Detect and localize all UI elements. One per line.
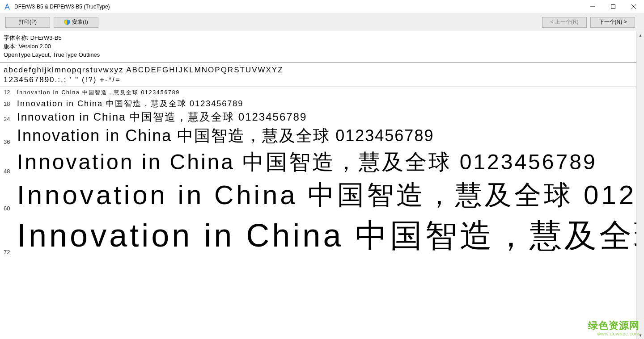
window-controls — [582, 0, 644, 13]
charset-line-2: 1234567890.:,; ' " (!?) +-*/= — [4, 75, 640, 85]
sample-size-label: 48 — [4, 168, 17, 176]
shield-icon — [64, 19, 70, 25]
sample-size-label: 12 — [4, 89, 17, 97]
minimize-button[interactable] — [582, 0, 603, 13]
font-tech: OpenType Layout, TrueType Outlines — [4, 51, 640, 59]
vertical-scrollbar[interactable]: ▲ ▼ — [636, 31, 644, 339]
prev-label: < 上一个(R) — [551, 18, 579, 26]
sample-row: 24Innovation in China 中国智造，慧及全球 01234567… — [4, 110, 640, 124]
sample-size-label: 60 — [4, 205, 17, 213]
sample-size-label: 18 — [4, 100, 17, 109]
font-version-label: 版本: — [4, 42, 17, 51]
sample-list: 12Innovation in China 中国智造，慧及全球 01234567… — [0, 88, 644, 257]
sample-size-label: 72 — [4, 249, 17, 257]
charset-preview: abcdefghijklmnopqrstuvwxyz ABCDEFGHIJKLM… — [0, 63, 644, 86]
font-name-label: 字体名称: — [4, 34, 29, 42]
font-version-value: Version 2.00 — [19, 42, 51, 51]
sample-row: 48Innovation in China 中国智造，慧及全球 01234567… — [4, 148, 640, 176]
sample-size-label: 24 — [4, 116, 17, 124]
close-button[interactable] — [623, 0, 644, 13]
next-label: 下一个(N) > — [599, 18, 627, 26]
charset-line-1: abcdefghijklmnopqrstuvwxyz ABCDEFGHIJKLM… — [4, 65, 640, 75]
titlebar: DFErW3-B5 & DFPErW3-B5 (TrueType) — [0, 0, 644, 13]
watermark: 绿色资源网 www.downcc.com — [588, 320, 640, 336]
scroll-up-icon[interactable]: ▲ — [637, 31, 644, 39]
sample-row: 72Innovation in China 中国智造，慧及全球 01234567… — [4, 214, 640, 257]
prev-button[interactable]: < 上一个(R) — [542, 17, 587, 28]
next-button[interactable]: 下一个(N) > — [590, 17, 635, 28]
sample-text: Innovation in China 中国智造，慧及全球 0123456789 — [17, 148, 640, 176]
watermark-main: 绿色资源网 — [588, 320, 640, 331]
print-button[interactable]: 打印(P) — [5, 17, 50, 28]
sample-text: Innovation in China 中国智造，慧及全球 0123456789 — [17, 177, 640, 213]
print-label: 打印(P) — [19, 18, 37, 26]
sample-text: Innovation in China 中国智造，慧及全球 0123456789 — [17, 98, 640, 109]
sample-size-label: 36 — [4, 138, 17, 147]
sample-text: Innovation in China 中国智造，慧及全球 0123456789 — [17, 110, 640, 124]
app-icon — [4, 3, 11, 10]
sample-text: Innovation in China 中国智造，慧及全球 0123456789 — [17, 89, 640, 96]
sample-row: 36Innovation in China 中国智造，慧及全球 01234567… — [4, 125, 640, 147]
font-meta: 字体名称: DFErW3-B5 版本: Version 2.00 OpenTyp… — [0, 31, 644, 61]
font-name-value: DFErW3-B5 — [30, 34, 62, 42]
install-button[interactable]: 安装(I) — [54, 17, 98, 28]
svg-rect-0 — [611, 5, 615, 9]
sample-row: 18Innovation in China 中国智造，慧及全球 01234567… — [4, 98, 640, 109]
watermark-sub: www.downcc.com — [588, 331, 640, 336]
install-label: 安装(I) — [72, 18, 88, 26]
separator — [0, 62, 644, 63]
sample-row: 60Innovation in China 中国智造，慧及全球 01234567… — [4, 177, 640, 213]
window-title: DFErW3-B5 & DFPErW3-B5 (TrueType) — [14, 4, 110, 10]
sample-text: Innovation in China 中国智造，慧及全球 0123456789 — [17, 214, 640, 257]
sample-row: 12Innovation in China 中国智造，慧及全球 01234567… — [4, 89, 640, 97]
separator — [0, 87, 644, 87]
maximize-button[interactable] — [603, 0, 623, 13]
toolbar: 打印(P) 安装(I) < 上一个(R) 下一个(N) > — [0, 13, 644, 31]
sample-text: Innovation in China 中国智造，慧及全球 0123456789 — [17, 125, 640, 147]
